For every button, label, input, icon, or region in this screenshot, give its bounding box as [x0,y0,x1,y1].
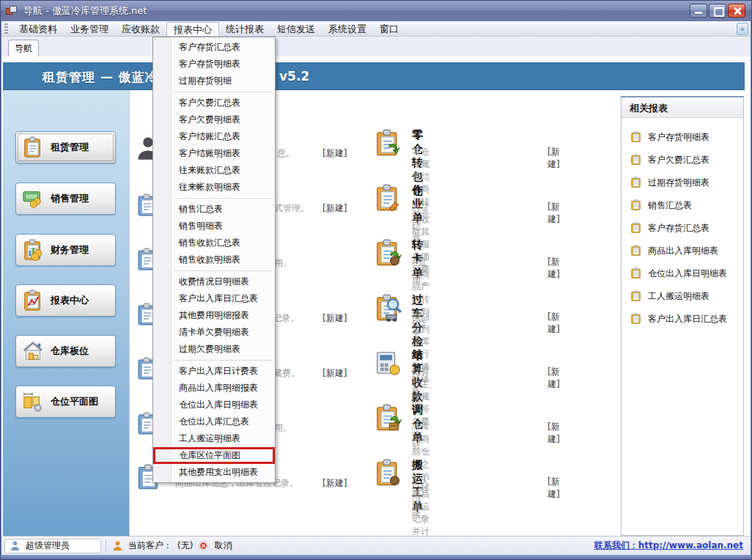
banner-version: v5.2 [279,69,309,84]
dropdown-item[interactable]: 客户结账明细表 [153,145,275,162]
related-report-item[interactable]: 商品出入库明细表 [630,242,740,259]
window-bottom-border [1,555,751,559]
menu-sms[interactable]: 短信发送 [270,22,322,36]
current-user-box: 超级管理员 [4,539,101,553]
related-report-item[interactable]: 客户出入库日汇总表 [630,310,740,328]
user-icon [10,540,21,551]
status-divider [106,539,106,553]
menu-settings[interactable]: 系统设置 [322,22,373,36]
new-link[interactable]: [新建] [548,146,560,171]
dropdown-item[interactable]: 工人搬运明细表 [153,430,275,447]
report-doc-icon [630,199,642,211]
new-link[interactable]: [新建] [322,312,347,325]
dropdown-item[interactable]: 收费情况日明细表 [153,273,275,290]
new-link[interactable]: [新建] [548,256,560,281]
sidebar-button-sales[interactable]: 销售管理 [15,183,116,215]
related-report-item[interactable]: 客户存货明细表 [630,128,740,146]
new-link[interactable]: [新建] [548,366,560,391]
transfer-warehouse-icon [374,128,402,158]
left-row-desc: 式管理。 [274,202,309,215]
dropdown-item[interactable]: 客户结账汇总表 [153,128,275,145]
report-center-dropdown: 客户存货汇总表 客户存货明细表 过期存货明细 客户欠费汇总表 客户欠费明细表 客… [152,37,276,483]
report-doc-icon [630,154,642,166]
money-icon [22,188,44,210]
dropdown-item[interactable]: 商品出入库明细报表 [153,380,275,397]
related-report-item[interactable]: 销售汇总表 [630,196,740,214]
app-icon [6,6,18,16]
menu-business[interactable]: 业务管理 [64,22,115,36]
menu-statistics[interactable]: 统计报表 [219,22,270,36]
customer-label: 当前客户： [128,539,172,552]
dropdown-item[interactable]: 客户欠费明细表 [153,111,275,128]
app-window: 导航 - 傲蓝冷库管理系统.net 基础资料 业务管理 应收账款 报表中心 统计… [0,0,752,560]
dropdown-item[interactable]: 往来账款汇总表 [153,162,275,179]
sidebar-button-rental[interactable]: 租赁管理 [15,131,116,163]
sidebar-button-finance[interactable]: 财务管理 [15,234,116,266]
toolbar-overflow-icon[interactable]: » [737,23,748,35]
dropdown-item[interactable]: 过期存货明细 [153,73,275,89]
layout-plan-icon [22,391,44,413]
sidebar-button-warehouse[interactable]: 仓库板位 [15,335,116,367]
customer-icon [112,540,123,551]
menu-separator [174,198,273,199]
dropdown-item[interactable]: 客户存货汇总表 [153,39,275,56]
porter-order-icon [374,458,402,487]
dropdown-item[interactable]: 其他费用支出明细表 [153,464,275,481]
related-report-item[interactable]: 过期存货明细表 [630,174,740,191]
new-link[interactable]: [新建] [322,477,347,490]
new-link[interactable]: [新建] [548,201,560,226]
left-row-desc: 记录。 [273,312,299,325]
tab-navigation[interactable]: 导航 [8,40,39,56]
report-doc-icon [630,268,642,279]
new-link[interactable]: [新建] [322,202,347,215]
left-row-desc: 用。 [274,422,292,435]
report-doc-icon [630,222,642,234]
dropdown-item[interactable]: 客户出入库日计费表 [153,363,275,380]
dropdown-item[interactable]: 其他费用明细报表 [153,307,275,324]
related-report-item[interactable]: 仓位出入库日明细表 [630,265,740,282]
minimize-button[interactable] [690,4,707,18]
new-link[interactable]: [新建] [548,311,560,336]
tab-strip: 导航 [1,37,751,56]
dropdown-item[interactable]: 销售明细表 [153,218,275,235]
dropdown-item[interactable]: 客户欠费汇总表 [153,95,275,111]
menu-window[interactable]: 窗口 [373,22,405,36]
dropdown-item[interactable]: 往来帐款明细表 [153,179,275,196]
new-link[interactable]: [新建] [548,476,560,501]
sidebar-button-layout[interactable]: 仓位平面图 [15,386,116,418]
title-bar[interactable]: 导航 - 傲蓝冷库管理系统.net [1,1,751,21]
contact-link[interactable]: 联系我们：http://www.aolan.net [594,539,743,552]
dropdown-item[interactable]: 客户出入库日汇总表 [153,290,275,307]
banner: 租赁管理 — 傲蓝冷 v5.2 [3,62,745,90]
cancel-icon[interactable] [198,540,209,551]
related-report-item[interactable]: 工人搬运明细表 [630,287,740,305]
dropdown-item[interactable]: 清卡单欠费明细表 [153,324,275,341]
banner-title: 租赁管理 — 傲蓝冷 [43,69,158,86]
toolbar-grip-icon [4,23,8,34]
dropdown-item[interactable]: 销售汇总表 [153,201,275,218]
dropdown-item[interactable]: 仓位出入库日明细表 [153,397,275,413]
left-row-desc: 用。 [274,257,292,270]
maximize-button[interactable] [709,4,726,18]
menu-report-center[interactable]: 报表中心 [166,22,219,36]
menu-receivables[interactable]: 应收账款 [115,22,166,36]
dropdown-item[interactable]: 仓位出入库汇总表 [153,413,275,430]
sidebar-button-reports[interactable]: 报表中心 [15,284,116,317]
report-doc-icon [630,177,642,188]
dropdown-item[interactable]: 销售收款汇总表 [153,235,275,251]
new-link[interactable]: [新建] [322,367,347,380]
menu-basic-data[interactable]: 基础资料 [12,22,64,36]
dropdown-item-warehouse-zone-map[interactable]: 仓库区位平面图 [153,447,275,464]
status-bar: 超级管理员 当前客户： (无) 取消 联系我们：http://www.aolan… [1,536,751,555]
dropdown-item[interactable]: 过期欠费明细表 [153,341,275,358]
dropdown-item[interactable]: 销售收款明细表 [153,251,275,268]
new-link[interactable]: [新建] [322,147,347,160]
truck-inspection-icon [374,293,402,323]
report-doc-icon [630,313,642,325]
dropdown-item[interactable]: 客户存货明细表 [153,56,275,73]
related-report-item[interactable]: 客户存货汇总表 [630,219,740,237]
new-link[interactable]: [新建] [548,421,560,446]
cancel-button[interactable]: 取消 [214,539,232,552]
close-button[interactable] [728,4,745,18]
related-report-item[interactable]: 客户欠费汇总表 [630,151,740,169]
